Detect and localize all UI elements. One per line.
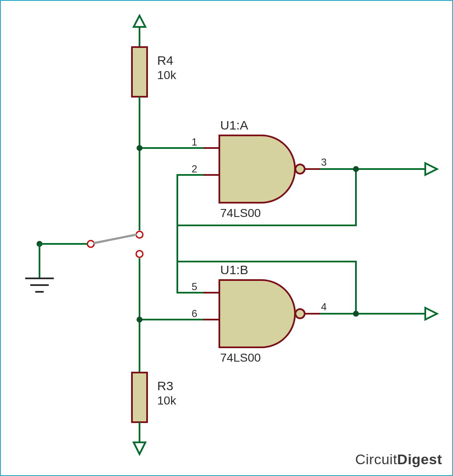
svg-point-4 — [295, 164, 305, 174]
u1b-pin6: 6 — [192, 308, 197, 319]
output-terminal-top — [425, 163, 437, 175]
watermark-left: Circuit — [355, 451, 397, 467]
junction — [353, 166, 359, 172]
u1a-pin2: 2 — [192, 163, 197, 175]
u1b-pin5: 5 — [192, 281, 197, 292]
r3-value: 10k — [157, 394, 176, 407]
svg-point-16 — [87, 241, 94, 247]
junction — [137, 145, 142, 151]
svg-line-17 — [94, 235, 136, 243]
schematic-canvas: R4 10k U1:A 74LS00 1 2 3 U1:B 74LS00 — [0, 0, 453, 476]
resistor-r4 — [132, 47, 147, 148]
nand-gate-u1b — [203, 280, 320, 347]
r3-ref: R3 — [157, 379, 173, 393]
svg-point-15 — [136, 251, 143, 257]
svg-marker-13 — [425, 308, 437, 320]
svg-rect-2 — [132, 47, 147, 97]
u1a-pin1: 1 — [192, 136, 197, 148]
svg-rect-23 — [132, 373, 147, 422]
watermark: CircuitDigest — [355, 451, 442, 468]
u1a-pin3: 3 — [321, 156, 327, 168]
resistor-r3 — [132, 373, 147, 442]
spdt-switch — [40, 231, 143, 278]
svg-marker-0 — [134, 16, 145, 27]
u1b-part: 74LS00 — [220, 351, 261, 364]
r4-value: 10k — [157, 69, 176, 82]
power-arrow-bottom — [134, 442, 145, 454]
watermark-right: Digest — [397, 451, 442, 467]
u1b-ref: U1:B — [220, 263, 248, 277]
svg-point-8 — [295, 309, 305, 318]
junction — [353, 311, 359, 317]
ground-symbol — [25, 278, 54, 292]
nand-gate-u1a — [203, 135, 320, 203]
u1a-part: 74LS00 — [220, 206, 261, 219]
output-terminal-bottom — [425, 308, 437, 320]
power-arrow-top — [134, 16, 145, 47]
u1b-pin4: 4 — [321, 301, 327, 312]
svg-marker-25 — [134, 442, 145, 454]
u1a-ref: U1:A — [220, 118, 248, 132]
junction — [137, 317, 142, 323]
schematic-svg: R4 10k U1:A 74LS00 1 2 3 U1:B 74LS00 — [1, 1, 452, 475]
svg-marker-12 — [425, 163, 437, 175]
r4-ref: R4 — [157, 53, 173, 67]
